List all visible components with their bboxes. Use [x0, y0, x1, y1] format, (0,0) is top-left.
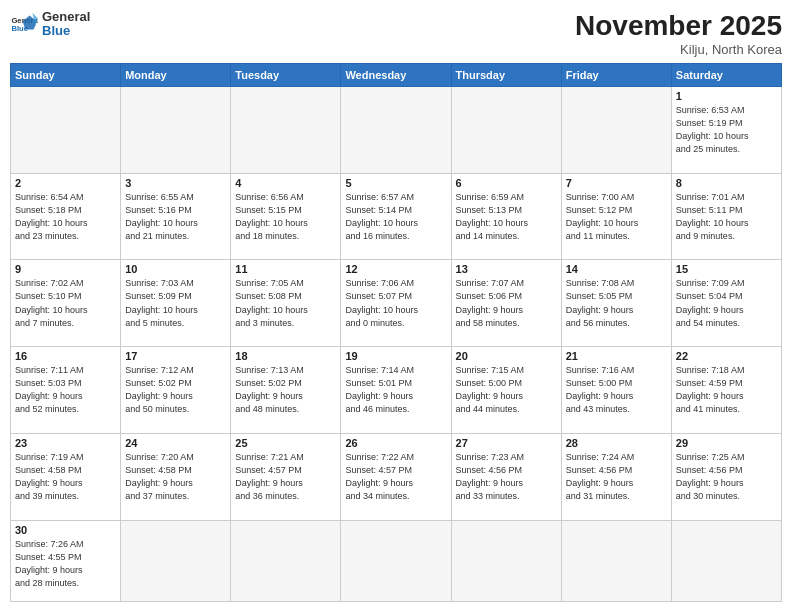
- day-info: Sunrise: 7:02 AM Sunset: 5:10 PM Dayligh…: [15, 277, 116, 329]
- col-thursday: Thursday: [451, 64, 561, 87]
- day-info: Sunrise: 7:19 AM Sunset: 4:58 PM Dayligh…: [15, 451, 116, 503]
- day-info: Sunrise: 7:08 AM Sunset: 5:05 PM Dayligh…: [566, 277, 667, 329]
- calendar-cell: 8Sunrise: 7:01 AM Sunset: 5:11 PM Daylig…: [671, 173, 781, 260]
- day-info: Sunrise: 7:20 AM Sunset: 4:58 PM Dayligh…: [125, 451, 226, 503]
- logo-icon: General Blue: [10, 10, 38, 38]
- day-info: Sunrise: 7:11 AM Sunset: 5:03 PM Dayligh…: [15, 364, 116, 416]
- calendar-cell: 18Sunrise: 7:13 AM Sunset: 5:02 PM Dayli…: [231, 347, 341, 434]
- day-info: Sunrise: 6:57 AM Sunset: 5:14 PM Dayligh…: [345, 191, 446, 243]
- day-info: Sunrise: 7:16 AM Sunset: 5:00 PM Dayligh…: [566, 364, 667, 416]
- day-number: 26: [345, 437, 446, 449]
- day-number: 24: [125, 437, 226, 449]
- day-info: Sunrise: 6:54 AM Sunset: 5:18 PM Dayligh…: [15, 191, 116, 243]
- calendar-cell: 25Sunrise: 7:21 AM Sunset: 4:57 PM Dayli…: [231, 433, 341, 520]
- day-info: Sunrise: 7:12 AM Sunset: 5:02 PM Dayligh…: [125, 364, 226, 416]
- day-info: Sunrise: 7:15 AM Sunset: 5:00 PM Dayligh…: [456, 364, 557, 416]
- calendar-week-row: 30Sunrise: 7:26 AM Sunset: 4:55 PM Dayli…: [11, 520, 782, 601]
- day-info: Sunrise: 7:23 AM Sunset: 4:56 PM Dayligh…: [456, 451, 557, 503]
- day-number: 22: [676, 350, 777, 362]
- col-friday: Friday: [561, 64, 671, 87]
- col-saturday: Saturday: [671, 64, 781, 87]
- calendar-cell: [231, 87, 341, 174]
- day-number: 8: [676, 177, 777, 189]
- day-number: 14: [566, 263, 667, 275]
- day-number: 21: [566, 350, 667, 362]
- day-info: Sunrise: 7:05 AM Sunset: 5:08 PM Dayligh…: [235, 277, 336, 329]
- day-number: 2: [15, 177, 116, 189]
- calendar-cell: [451, 87, 561, 174]
- day-number: 4: [235, 177, 336, 189]
- calendar-cell: 5Sunrise: 6:57 AM Sunset: 5:14 PM Daylig…: [341, 173, 451, 260]
- day-info: Sunrise: 6:59 AM Sunset: 5:13 PM Dayligh…: [456, 191, 557, 243]
- calendar-cell: 24Sunrise: 7:20 AM Sunset: 4:58 PM Dayli…: [121, 433, 231, 520]
- calendar-cell: [671, 520, 781, 601]
- col-tuesday: Tuesday: [231, 64, 341, 87]
- day-info: Sunrise: 6:56 AM Sunset: 5:15 PM Dayligh…: [235, 191, 336, 243]
- day-number: 11: [235, 263, 336, 275]
- day-info: Sunrise: 7:18 AM Sunset: 4:59 PM Dayligh…: [676, 364, 777, 416]
- calendar-cell: 28Sunrise: 7:24 AM Sunset: 4:56 PM Dayli…: [561, 433, 671, 520]
- calendar-cell: 23Sunrise: 7:19 AM Sunset: 4:58 PM Dayli…: [11, 433, 121, 520]
- col-sunday: Sunday: [11, 64, 121, 87]
- logo: General Blue General Blue: [10, 10, 90, 39]
- calendar-cell: 22Sunrise: 7:18 AM Sunset: 4:59 PM Dayli…: [671, 347, 781, 434]
- calendar-cell: [121, 87, 231, 174]
- calendar-cell: 4Sunrise: 6:56 AM Sunset: 5:15 PM Daylig…: [231, 173, 341, 260]
- day-number: 5: [345, 177, 446, 189]
- calendar-cell: 30Sunrise: 7:26 AM Sunset: 4:55 PM Dayli…: [11, 520, 121, 601]
- location: Kilju, North Korea: [575, 42, 782, 57]
- calendar-header-row: Sunday Monday Tuesday Wednesday Thursday…: [11, 64, 782, 87]
- day-info: Sunrise: 7:00 AM Sunset: 5:12 PM Dayligh…: [566, 191, 667, 243]
- calendar-cell: 13Sunrise: 7:07 AM Sunset: 5:06 PM Dayli…: [451, 260, 561, 347]
- day-number: 16: [15, 350, 116, 362]
- page: General Blue General Blue November 2025 …: [0, 0, 792, 612]
- calendar-cell: [341, 520, 451, 601]
- day-info: Sunrise: 7:22 AM Sunset: 4:57 PM Dayligh…: [345, 451, 446, 503]
- header: General Blue General Blue November 2025 …: [10, 10, 782, 57]
- calendar-cell: 10Sunrise: 7:03 AM Sunset: 5:09 PM Dayli…: [121, 260, 231, 347]
- day-info: Sunrise: 7:06 AM Sunset: 5:07 PM Dayligh…: [345, 277, 446, 329]
- calendar-cell: 26Sunrise: 7:22 AM Sunset: 4:57 PM Dayli…: [341, 433, 451, 520]
- day-info: Sunrise: 7:09 AM Sunset: 5:04 PM Dayligh…: [676, 277, 777, 329]
- day-number: 3: [125, 177, 226, 189]
- day-number: 15: [676, 263, 777, 275]
- day-number: 28: [566, 437, 667, 449]
- calendar-cell: 6Sunrise: 6:59 AM Sunset: 5:13 PM Daylig…: [451, 173, 561, 260]
- calendar-cell: 11Sunrise: 7:05 AM Sunset: 5:08 PM Dayli…: [231, 260, 341, 347]
- day-number: 25: [235, 437, 336, 449]
- day-info: Sunrise: 7:14 AM Sunset: 5:01 PM Dayligh…: [345, 364, 446, 416]
- day-number: 10: [125, 263, 226, 275]
- calendar-cell: [121, 520, 231, 601]
- day-number: 1: [676, 90, 777, 102]
- calendar-cell: 16Sunrise: 7:11 AM Sunset: 5:03 PM Dayli…: [11, 347, 121, 434]
- calendar-cell: 17Sunrise: 7:12 AM Sunset: 5:02 PM Dayli…: [121, 347, 231, 434]
- calendar-cell: 20Sunrise: 7:15 AM Sunset: 5:00 PM Dayli…: [451, 347, 561, 434]
- calendar-cell: 19Sunrise: 7:14 AM Sunset: 5:01 PM Dayli…: [341, 347, 451, 434]
- calendar-cell: 2Sunrise: 6:54 AM Sunset: 5:18 PM Daylig…: [11, 173, 121, 260]
- calendar-week-row: 23Sunrise: 7:19 AM Sunset: 4:58 PM Dayli…: [11, 433, 782, 520]
- day-info: Sunrise: 7:26 AM Sunset: 4:55 PM Dayligh…: [15, 538, 116, 590]
- calendar-week-row: 2Sunrise: 6:54 AM Sunset: 5:18 PM Daylig…: [11, 173, 782, 260]
- calendar-cell: 21Sunrise: 7:16 AM Sunset: 5:00 PM Dayli…: [561, 347, 671, 434]
- day-number: 6: [456, 177, 557, 189]
- day-info: Sunrise: 7:01 AM Sunset: 5:11 PM Dayligh…: [676, 191, 777, 243]
- calendar-cell: [11, 87, 121, 174]
- day-number: 9: [15, 263, 116, 275]
- day-number: 7: [566, 177, 667, 189]
- title-block: November 2025 Kilju, North Korea: [575, 10, 782, 57]
- day-info: Sunrise: 6:53 AM Sunset: 5:19 PM Dayligh…: [676, 104, 777, 156]
- calendar-cell: 7Sunrise: 7:00 AM Sunset: 5:12 PM Daylig…: [561, 173, 671, 260]
- day-info: Sunrise: 7:25 AM Sunset: 4:56 PM Dayligh…: [676, 451, 777, 503]
- calendar-cell: [451, 520, 561, 601]
- day-number: 17: [125, 350, 226, 362]
- calendar-cell: 3Sunrise: 6:55 AM Sunset: 5:16 PM Daylig…: [121, 173, 231, 260]
- calendar-week-row: 16Sunrise: 7:11 AM Sunset: 5:03 PM Dayli…: [11, 347, 782, 434]
- day-number: 20: [456, 350, 557, 362]
- calendar-cell: 1Sunrise: 6:53 AM Sunset: 5:19 PM Daylig…: [671, 87, 781, 174]
- calendar-week-row: 1Sunrise: 6:53 AM Sunset: 5:19 PM Daylig…: [11, 87, 782, 174]
- day-info: Sunrise: 7:07 AM Sunset: 5:06 PM Dayligh…: [456, 277, 557, 329]
- calendar-cell: 29Sunrise: 7:25 AM Sunset: 4:56 PM Dayli…: [671, 433, 781, 520]
- calendar-cell: 14Sunrise: 7:08 AM Sunset: 5:05 PM Dayli…: [561, 260, 671, 347]
- col-wednesday: Wednesday: [341, 64, 451, 87]
- calendar-cell: 27Sunrise: 7:23 AM Sunset: 4:56 PM Dayli…: [451, 433, 561, 520]
